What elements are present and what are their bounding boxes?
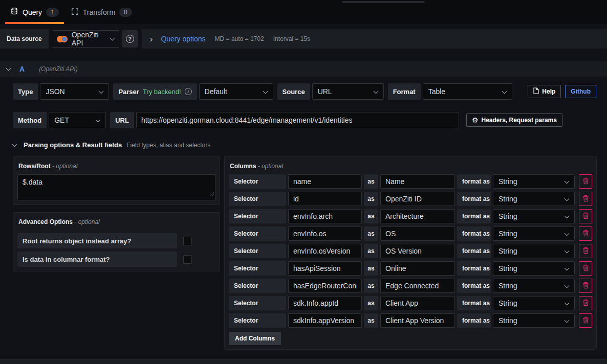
as-label: as <box>364 279 378 293</box>
rows-root-optional: - optional <box>52 163 77 170</box>
alias-input[interactable] <box>380 296 455 310</box>
parser-select[interactable]: Default <box>199 83 273 100</box>
source-select[interactable]: URL <box>312 83 384 100</box>
selector-input[interactable] <box>288 209 362 223</box>
datasource-label: Data source <box>0 29 49 49</box>
column-row: Selector as format as String <box>229 244 592 258</box>
source-group: Source URL <box>277 83 384 100</box>
delete-column-button[interactable] <box>579 192 592 206</box>
selector-input[interactable] <box>288 261 362 276</box>
parser-label: Parser Try backend! i <box>113 83 197 100</box>
collapse-chevron-icon[interactable] <box>12 142 17 147</box>
help-button-label: Help <box>542 88 555 95</box>
column-format-select[interactable]: String <box>493 226 575 241</box>
github-button[interactable]: Github <box>565 85 596 98</box>
alias-input[interactable] <box>380 174 455 189</box>
collapse-chevron-icon[interactable] <box>6 66 11 71</box>
selector-input[interactable] <box>288 244 362 258</box>
alias-input[interactable] <box>380 192 455 206</box>
tab-transform-label: Transform <box>83 8 115 16</box>
delete-column-button[interactable] <box>579 313 592 328</box>
url-label: URL <box>110 112 134 128</box>
alias-input[interactable] <box>380 226 455 241</box>
column-format-select[interactable]: String <box>493 244 575 258</box>
column-format-value: String <box>498 230 517 238</box>
parsing-section-title: Parsing options & Result fields <box>24 141 122 149</box>
column-format-select[interactable]: String <box>493 192 575 206</box>
query-options-toggle[interactable]: Query options <box>161 35 205 43</box>
selector-label: Selector <box>229 244 286 258</box>
trash-icon <box>582 195 589 203</box>
chevron-down-icon <box>263 89 268 94</box>
as-label: as <box>364 174 378 189</box>
column-format-select[interactable]: String <box>493 209 575 223</box>
tab-transform[interactable]: Transform 0 <box>65 0 138 24</box>
interval-text: Interval = 15s <box>273 35 310 42</box>
selector-input[interactable] <box>288 192 362 206</box>
rows-root-textarea[interactable]: $.data <box>17 174 215 200</box>
column-format-select[interactable]: String <box>493 279 575 293</box>
delete-column-button[interactable] <box>579 279 592 293</box>
selector-input[interactable] <box>288 296 362 310</box>
delete-column-button[interactable] <box>579 209 592 223</box>
alias-input[interactable] <box>380 261 455 276</box>
chevron-right-icon[interactable]: › <box>150 35 153 43</box>
selector-label: Selector <box>229 226 286 241</box>
alias-input[interactable] <box>380 313 455 328</box>
selector-input[interactable] <box>288 174 362 189</box>
format-select[interactable]: Table <box>423 83 512 100</box>
format-label: Format <box>388 83 421 100</box>
column-format-select[interactable]: String <box>493 313 575 328</box>
type-select[interactable]: JSON <box>40 83 109 100</box>
column-format-select[interactable]: String <box>493 174 575 189</box>
headers-request-params-button[interactable]: ⚙ Headers, Request params <box>466 113 562 127</box>
chevron-down-icon <box>502 89 507 94</box>
delete-column-button[interactable] <box>579 296 592 310</box>
root-returns-object-checkbox[interactable] <box>183 237 192 245</box>
alias-input[interactable] <box>380 209 455 223</box>
tab-query[interactable]: Query 1 <box>4 0 65 24</box>
selector-label: Selector <box>229 209 286 223</box>
alias-input[interactable] <box>380 244 455 258</box>
datasource-name: OpenZiti API <box>72 31 106 47</box>
query-options-strip: › Query options MD = auto = 1702 Interva… <box>142 29 607 49</box>
column-format-select[interactable]: String <box>493 296 575 310</box>
pane-resize-handle[interactable] <box>342 1 425 3</box>
selector-input[interactable] <box>288 226 362 241</box>
datasource-help-button[interactable]: ? <box>122 30 138 48</box>
query-row-header[interactable]: A (OpenZiti API) <box>0 61 607 77</box>
help-button[interactable]: Help <box>528 85 561 98</box>
delete-column-button[interactable] <box>579 261 592 276</box>
chevron-down-icon <box>565 301 570 306</box>
url-group: URL <box>110 112 459 128</box>
url-input[interactable] <box>136 112 459 128</box>
column-format-value: String <box>498 247 517 255</box>
delete-column-button[interactable] <box>579 174 592 189</box>
add-columns-button[interactable]: Add Columns <box>229 332 281 345</box>
selector-input[interactable] <box>288 313 362 328</box>
as-label: as <box>364 296 378 310</box>
column-format-select[interactable]: String <box>493 261 575 276</box>
left-column: Rows/Root - optional $.data Advanced Opt… <box>13 156 220 271</box>
column-format-value: String <box>498 195 517 203</box>
delete-column-button[interactable] <box>579 226 592 241</box>
headers-button-label: Headers, Request params <box>482 117 557 124</box>
query-ref-id: A <box>19 65 25 73</box>
parser-group: Parser Try backend! i Default <box>113 83 273 100</box>
trash-icon <box>582 177 589 186</box>
method-select[interactable]: GET <box>49 112 106 128</box>
columnar-format-label: Is data in columnar format? <box>17 252 177 267</box>
gear-icon: ⚙ <box>472 117 479 124</box>
column-format-value: String <box>498 212 517 220</box>
alias-input[interactable] <box>380 279 455 293</box>
chevron-down-icon <box>373 89 378 94</box>
datasource-picker[interactable]: OpenZiti API <box>52 30 119 48</box>
parsing-section-header[interactable]: Parsing options & Result fields Field ty… <box>13 141 596 149</box>
selector-input[interactable] <box>288 279 362 293</box>
column-row: Selector as format as String <box>229 209 592 223</box>
format-as-label: format as <box>457 174 491 189</box>
columnar-format-checkbox[interactable] <box>183 255 192 264</box>
columns-panel: Columns - optional Selector as format as… <box>224 156 597 350</box>
info-circle-icon[interactable]: i <box>185 88 192 95</box>
delete-column-button[interactable] <box>579 244 592 258</box>
